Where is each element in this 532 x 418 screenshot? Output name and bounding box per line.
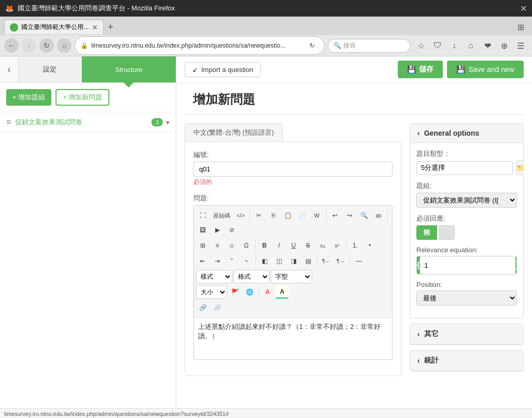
- rte-bold-btn[interactable]: B: [258, 239, 271, 252]
- lock-icon: 🔒: [80, 42, 88, 49]
- rte-source-btn[interactable]: 原始碼: [211, 209, 233, 222]
- home-button[interactable]: ⌂: [57, 38, 72, 53]
- rte-italic-btn[interactable]: I: [272, 239, 286, 252]
- rte-video-btn[interactable]: ▶: [211, 223, 224, 237]
- tab-close-button[interactable]: ✕: [92, 23, 98, 32]
- bookmark-icon[interactable]: ☆: [414, 38, 428, 53]
- stats-panel-header[interactable]: ‹ 統計: [410, 351, 523, 371]
- browser-tab[interactable]: 國立臺灣師範大學公用... ✕: [4, 20, 104, 34]
- add-question-button[interactable]: + 增加新問題: [55, 89, 109, 106]
- rte-copy-btn[interactable]: ⎘: [267, 209, 280, 222]
- rte-replace-btn[interactable]: ab: [372, 209, 385, 222]
- rte-font-bgcolor-btn[interactable]: A: [275, 285, 289, 299]
- url-text: limesurvey.iro.ntnu.edu.tw/index.php/adm…: [91, 42, 302, 49]
- other-label: 其它: [424, 329, 439, 339]
- tab-structure[interactable]: Structure: [82, 56, 176, 82]
- rte-cut-btn[interactable]: ✂: [252, 209, 265, 222]
- rte-font-select[interactable]: 字型: [271, 270, 312, 283]
- rte-size-select[interactable]: 大小: [196, 285, 227, 299]
- rte-font-color-btn[interactable]: A: [261, 285, 274, 299]
- rte-special-btn[interactable]: ⊘: [225, 223, 239, 237]
- rte-table-btn[interactable]: ⊞: [196, 239, 209, 252]
- apps-icon[interactable]: ⊞: [513, 20, 528, 34]
- sidebar-back-button[interactable]: ‹: [0, 56, 19, 82]
- rte-link-btn[interactable]: 🔗: [196, 301, 209, 314]
- rte-align-right-btn[interactable]: ◨: [287, 254, 300, 268]
- other-panel-header[interactable]: ‹ 其它: [410, 324, 523, 344]
- reload-in-url-button[interactable]: ↻: [305, 39, 319, 52]
- question-type-input[interactable]: [416, 161, 513, 175]
- rte-indent-less-btn[interactable]: ⇤: [196, 254, 209, 268]
- rte-body[interactable]: 上述景點介紹讀起來好不好讀？（1：非常不好讀；2：非常好讀。）: [194, 318, 392, 359]
- rte-blockquote-btn[interactable]: ": [225, 254, 239, 268]
- rte-subscript-btn[interactable]: x₂: [316, 239, 329, 252]
- rte-rtl-btn[interactable]: ¶←: [319, 254, 333, 268]
- rte-align-left-btn[interactable]: ◧: [258, 254, 271, 268]
- shield-icon[interactable]: 🛡: [430, 38, 445, 53]
- extension-icon[interactable]: ⊕: [497, 38, 511, 53]
- rte-style-select[interactable]: 樣式: [196, 270, 232, 283]
- rte-image-btn[interactable]: 🖼: [196, 223, 209, 237]
- position-select[interactable]: 最後: [416, 291, 517, 306]
- general-options-header[interactable]: ‹ General options: [410, 124, 523, 143]
- tab-label: 國立臺灣師範大學公用...: [21, 23, 89, 32]
- back-button[interactable]: ←: [4, 38, 19, 53]
- question-type-folder-icon[interactable]: 📁: [516, 161, 524, 175]
- code-input[interactable]: [193, 162, 393, 177]
- save-and-new-button[interactable]: 💾 Save and new: [447, 61, 524, 78]
- rte-hr-btn[interactable]: —: [352, 254, 366, 268]
- forward-button[interactable]: ›: [22, 38, 36, 53]
- download-icon[interactable]: ↓: [447, 38, 461, 53]
- window-close-button[interactable]: ✕: [520, 4, 527, 13]
- rte-align-center-btn[interactable]: ◫: [272, 254, 286, 268]
- import-question-button[interactable]: ↙ Import a question: [185, 62, 261, 77]
- rte-omega-btn[interactable]: Ω: [240, 239, 253, 252]
- rte-separator-6: [255, 255, 256, 267]
- rte-underline-btn[interactable]: U: [287, 239, 300, 252]
- tab-settings[interactable]: 設定: [19, 56, 82, 82]
- rte-paste-word-btn[interactable]: W: [310, 209, 324, 222]
- sidebar-survey-item[interactable]: ≡ 促銷文案效果測試問卷 3 ▾: [0, 112, 176, 133]
- rte-paste-text-btn[interactable]: 📄: [296, 209, 309, 222]
- rte-paste-btn[interactable]: 📋: [281, 209, 295, 222]
- required-toggle-off[interactable]: [439, 225, 455, 240]
- relevance-input[interactable]: [420, 258, 515, 272]
- add-group-button[interactable]: + 增加題組: [6, 89, 51, 106]
- rte-smiley-btn[interactable]: ☺: [225, 239, 239, 252]
- rte-strike-btn[interactable]: S: [301, 239, 315, 252]
- rte-ul-btn[interactable]: •: [363, 239, 376, 252]
- rte-indent-more-btn[interactable]: ⇥: [211, 254, 224, 268]
- search-box[interactable]: 🔍 搜尋: [328, 39, 411, 53]
- rte-globe-btn[interactable]: 🌐: [243, 285, 256, 299]
- rte-creole-btn[interactable]: ~: [240, 254, 253, 268]
- home-icon2[interactable]: ⌂: [464, 38, 478, 53]
- rte-align-block-btn[interactable]: ▤: [301, 254, 315, 268]
- rte-source-icon-btn[interactable]: </>: [234, 209, 247, 222]
- menu-icon[interactable]: ☰: [513, 38, 528, 53]
- rte-fullscreen-btn[interactable]: ⛶: [196, 209, 209, 222]
- rte-superscript-btn[interactable]: x²: [330, 239, 344, 252]
- title-bar: 🦊 國立臺灣師範大學公用問卷調查平台 - Mozilla Firefox ✕: [0, 0, 532, 17]
- status-bar: limesurvey.iro.ntnu.edu.tw/index.php/adm…: [0, 408, 532, 418]
- rte-redo-btn[interactable]: ↪: [343, 209, 356, 222]
- rte-flag-btn[interactable]: 🚩: [228, 285, 242, 299]
- reload-button[interactable]: ↻: [39, 38, 54, 53]
- required-toggle-on-button[interactable]: 開: [416, 225, 437, 240]
- lang-tab[interactable]: 中文(繁體-台灣) (預設語言): [185, 123, 283, 142]
- rte-format-select[interactable]: 格式: [233, 270, 270, 283]
- relevance-close-brace: }: [515, 256, 517, 274]
- save-button[interactable]: 💾 儲存: [398, 61, 443, 78]
- new-tab-button[interactable]: +: [104, 20, 118, 34]
- rte-align-justify-btn[interactable]: ≡: [211, 239, 224, 252]
- rte-undo-btn[interactable]: ↩: [328, 209, 342, 222]
- question-field-group: 問題: ⛶ 原始碼 </> ✂ ⎘: [193, 194, 393, 360]
- relevance-field: Relevance equation: { }: [416, 246, 517, 275]
- url-box: 🔒 limesurvey.iro.ntnu.edu.tw/index.php/a…: [75, 36, 325, 55]
- question-group-select[interactable]: 促銷文案效果測試問卷 (I[: [416, 193, 517, 208]
- rte-unlink-btn[interactable]: 🔗: [211, 301, 224, 314]
- pocket-icon[interactable]: ❤: [480, 38, 495, 53]
- rte-find-btn[interactable]: 🔍: [357, 209, 371, 222]
- rte-ltr-btn[interactable]: ¶→: [334, 254, 347, 268]
- rte-ol-btn[interactable]: 1.: [348, 239, 362, 252]
- stats-chevron-icon: ‹: [417, 356, 420, 365]
